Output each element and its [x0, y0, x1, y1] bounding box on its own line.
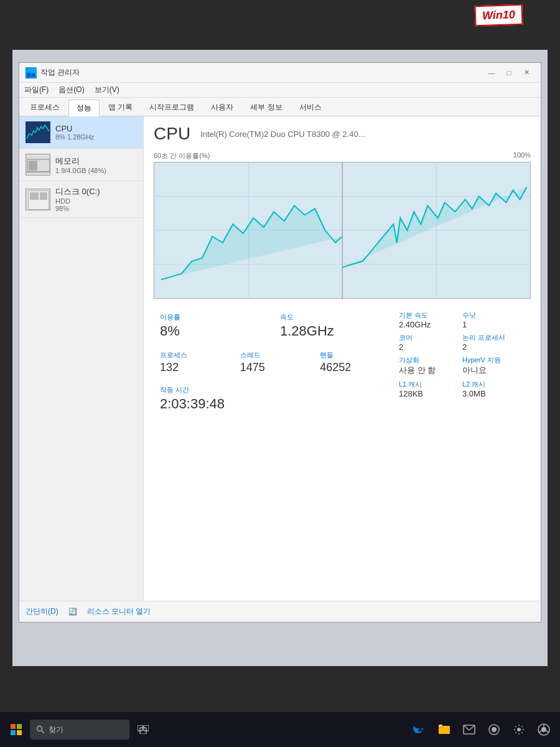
- hyperv-value: 아니요: [462, 365, 526, 376]
- l2-value: 3.0MB: [462, 389, 526, 398]
- l2-label: L2 캐시: [462, 380, 526, 389]
- process-stat: 프로세스 132: [154, 347, 234, 378]
- svg-rect-4: [26, 121, 50, 143]
- taskbar: 찾기: [0, 712, 560, 747]
- socket-label: 수낫: [462, 311, 526, 320]
- socket-row: 수낫 1: [462, 309, 526, 331]
- tab-performance[interactable]: 성능: [68, 100, 100, 116]
- tab-app-history[interactable]: 앱 기록: [100, 99, 141, 116]
- svg-rect-2: [27, 73, 30, 77]
- svg-rect-23: [11, 730, 16, 735]
- disk-icon: [26, 189, 50, 210]
- chart-header: 60초 간 이용률(%) 100%: [154, 151, 531, 161]
- menu-file[interactable]: 파일(F): [24, 85, 49, 95]
- process-value: 132: [160, 361, 228, 374]
- usage-value: 8%: [160, 323, 268, 339]
- task-manager-window: 작업 관리자 — □ ✕ 파일(F) 옵션(O) 보기(V) 프로세스 성능 앱…: [19, 62, 541, 622]
- logical-label: 논리 프로세서: [462, 333, 526, 342]
- base-speed-row: 기본 속도 2.40GHz: [399, 309, 462, 331]
- menu-view[interactable]: 보기(V): [95, 85, 119, 95]
- tab-users[interactable]: 사용자: [203, 99, 241, 116]
- photos-icon: [488, 723, 500, 736]
- svg-rect-21: [11, 724, 16, 729]
- core-row: 코어 2: [399, 331, 462, 354]
- usage-stat: 이용률 8%: [154, 309, 274, 343]
- start-button[interactable]: [5, 717, 27, 742]
- svg-rect-24: [17, 730, 22, 735]
- right-panel: CPU Intel(R) Core(TM)2 Duo CPU T8300 @ 2…: [144, 116, 541, 601]
- title-bar-left: 작업 관리자: [26, 67, 80, 78]
- sidebar-item-cpu[interactable]: CPU 8% 1.28GHz: [19, 116, 143, 149]
- photos-icon-button[interactable]: [483, 717, 505, 742]
- speed-stat: 속도 1.28GHz: [274, 309, 394, 343]
- compact-link[interactable]: 간단히(D): [26, 606, 58, 617]
- monitor-link[interactable]: 리소스 모니터 열기: [87, 606, 151, 617]
- maximize-button[interactable]: □: [501, 66, 517, 80]
- window-title: 작업 관리자: [40, 67, 80, 78]
- uptime-value: 2:03:39:48: [160, 396, 388, 412]
- mail-icon: [463, 725, 475, 735]
- l1-value: 128KB: [399, 389, 462, 398]
- sticker-text: Win10: [482, 8, 516, 22]
- minimize-button[interactable]: —: [483, 66, 500, 80]
- info-panel: 기본 속도 2.40GHz 수낫 1 코어 2: [399, 309, 526, 400]
- speed-value: 1.28GHz: [280, 323, 388, 339]
- monitor-icon: 🔄: [68, 608, 77, 616]
- taskview-button[interactable]: [132, 717, 154, 742]
- sidebar-item-memory[interactable]: 메모리 1.9/4.0GB (48%): [19, 149, 143, 181]
- stats-grid-mid: 프로세스 132 스레드 1475 핸들 46252: [154, 347, 394, 378]
- svg-line-26: [42, 731, 45, 734]
- tab-services[interactable]: 서비스: [291, 99, 330, 116]
- explorer-icon-button[interactable]: [433, 717, 455, 742]
- l1-row: L1 캐시 128KB: [399, 378, 462, 400]
- svg-line-40: [539, 731, 541, 733]
- menu-options[interactable]: 옵션(O): [58, 85, 84, 95]
- svg-rect-13: [40, 192, 47, 200]
- menu-bar: 파일(F) 옵션(O) 보기(V): [19, 83, 541, 98]
- close-button[interactable]: ✕: [518, 66, 534, 80]
- thread-value: 1475: [240, 361, 308, 374]
- process-label: 프로세스: [160, 350, 228, 360]
- chart-max: 100%: [513, 151, 531, 161]
- cpu-chart: [154, 162, 531, 299]
- chart-divider: [342, 162, 343, 298]
- mail-icon-button[interactable]: [458, 717, 480, 742]
- footer: 간단히(D) 🔄 리소스 모니터 열기: [19, 601, 541, 622]
- sidebar-item-disk[interactable]: 디스크 0(C:) HDD 98%: [19, 181, 143, 218]
- cpu-detail: 8% 1.28GHz: [55, 133, 94, 141]
- handle-stat: 핸들 46252: [314, 347, 394, 378]
- svg-rect-0: [27, 69, 30, 72]
- svg-point-25: [37, 726, 42, 731]
- chrome-icon: [538, 723, 550, 736]
- logical-value: 2: [462, 342, 526, 352]
- edge-icon-button[interactable]: [408, 717, 431, 742]
- disk-detail2: 98%: [55, 205, 100, 212]
- tab-bar: 프로세스 성능 앱 기록 시작프로그램 사용자 세부 정보 서비스: [19, 98, 541, 116]
- virtual-label: 가상화: [399, 355, 462, 365]
- taskbar-search[interactable]: 찾기: [30, 720, 129, 740]
- svg-rect-7: [29, 161, 37, 171]
- svg-point-38: [541, 727, 546, 732]
- memory-label: 메모리: [55, 156, 106, 167]
- handle-label: 핸들: [320, 350, 388, 360]
- virtual-row: 가상화 사용 안 함: [399, 354, 462, 378]
- socket-value: 1: [462, 320, 526, 329]
- tab-process[interactable]: 프로세스: [22, 99, 68, 116]
- memory-info: 메모리 1.9/4.0GB (48%): [55, 156, 106, 174]
- search-icon: [36, 725, 45, 734]
- win10-sticker: Win10: [475, 4, 523, 27]
- svg-line-41: [546, 731, 549, 733]
- svg-rect-32: [439, 725, 442, 726]
- title-bar: 작업 관리자 — □ ✕: [19, 63, 541, 83]
- settings-icon-button[interactable]: [508, 717, 530, 742]
- base-speed-label: 기본 속도: [399, 311, 462, 320]
- hyperv-row: HyperV 지원 아니요: [462, 354, 526, 378]
- chart-label: 60초 간 이용률(%): [154, 151, 210, 161]
- tab-details[interactable]: 세부 정보: [242, 99, 290, 116]
- disk-detail1: HDD: [55, 197, 100, 205]
- chrome-icon-button[interactable]: [533, 717, 555, 742]
- svg-rect-22: [17, 724, 22, 729]
- stats-row: 이용률 8% 속도 1.28GHz 프로세스 132: [154, 309, 531, 416]
- app-icon: [26, 67, 37, 78]
- tab-startup[interactable]: 시작프로그램: [141, 99, 202, 116]
